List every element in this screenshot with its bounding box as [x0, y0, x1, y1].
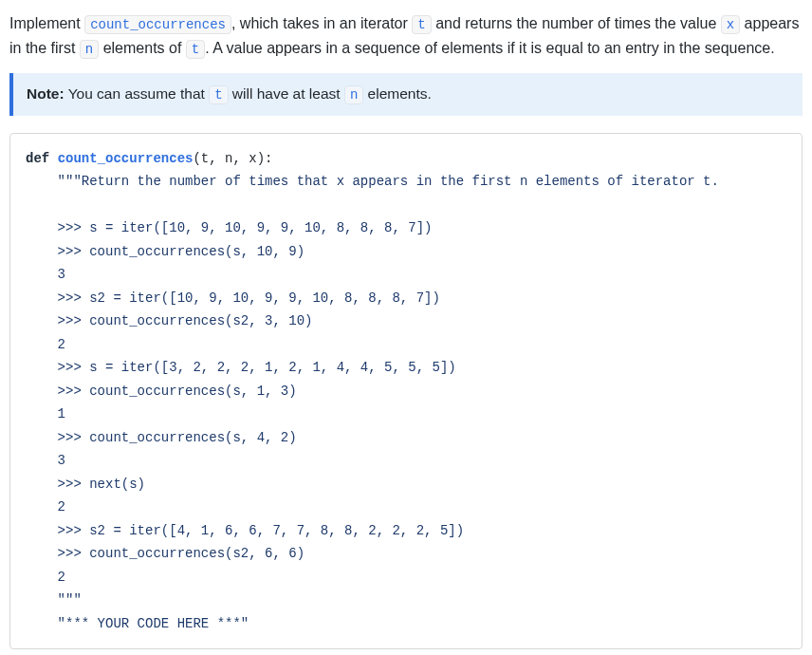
code-placeholder: "*** YOUR CODE HERE ***" [58, 616, 249, 631]
doctest-output: 1 [58, 406, 65, 421]
doctest-line: >>> s = iter([3, 2, 2, 2, 1, 2, 1, 4, 4,… [58, 360, 456, 375]
note-text: You can assume that [65, 85, 210, 102]
doctest-output: 2 [58, 499, 65, 515]
keyword-def: def [26, 151, 49, 166]
code-t: t [186, 40, 205, 59]
doctest-output: 2 [58, 337, 65, 352]
code-n: n [344, 85, 363, 104]
doctest-line: >>> s2 = iter([4, 1, 6, 6, 7, 7, 8, 8, 2… [58, 523, 464, 538]
doctest-line: >>> count_occurrences(s, 1, 3) [58, 384, 297, 399]
note-text: elements. [363, 85, 432, 102]
doctest-output: 2 [58, 570, 65, 585]
note-text: will have at least [229, 85, 344, 102]
docstring-line: """Return the number of times that x app… [58, 174, 719, 189]
intro-text: . A value appears in a sequence of eleme… [205, 40, 774, 56]
note-label: Note: [27, 85, 65, 102]
doctest-line: >>> count_occurrences(s2, 3, 10) [58, 313, 313, 328]
doctest-line: >>> count_occurrences(s, 10, 9) [58, 244, 304, 259]
code-x: x [721, 15, 740, 34]
intro-text: and returns the number of times the valu… [432, 15, 721, 31]
doctest-line: >>> s2 = iter([10, 9, 10, 9, 9, 10, 8, 8… [58, 290, 440, 306]
document-root: Implement count_occurrences, which takes… [9, 11, 803, 649]
code-n: n [80, 40, 99, 59]
code-count-occurrences: count_occurrences [84, 15, 231, 34]
doctest-output: 3 [58, 453, 65, 468]
signature-params: (t, n, x): [193, 151, 272, 166]
intro-text: elements of [99, 40, 186, 56]
docstring-close: """ [58, 592, 82, 608]
doctest-line: >>> s = iter([10, 9, 10, 9, 9, 10, 8, 8,… [58, 220, 433, 235]
doctest-line: >>> count_occurrences(s, 4, 2) [58, 430, 297, 445]
intro-paragraph: Implement count_occurrences, which takes… [9, 11, 803, 60]
doctest-line: >>> next(s) [58, 477, 145, 492]
code-t: t [209, 85, 228, 104]
intro-text: , which takes in an iterator [231, 15, 412, 31]
code-block: def count_occurrences(t, n, x): """Retur… [9, 133, 803, 650]
intro-text: Implement [9, 15, 84, 31]
code-t: t [412, 15, 431, 34]
doctest-output: 3 [58, 267, 65, 282]
note-callout: Note: You can assume that t will have at… [9, 73, 803, 116]
doctest-line: >>> count_occurrences(s2, 6, 6) [58, 546, 304, 561]
function-name: count_occurrences [58, 151, 194, 166]
